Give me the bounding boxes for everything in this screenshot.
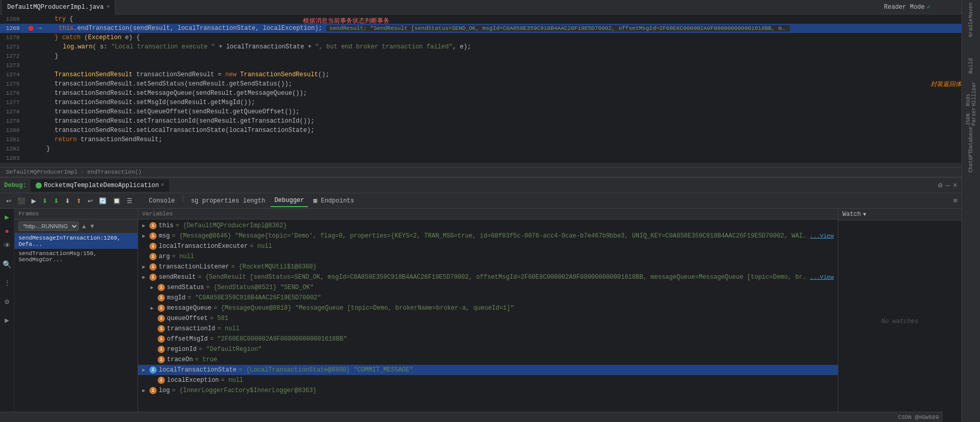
code-content-1280: transactionSendResult.setLocalTransactio…	[36, 127, 961, 134]
toolbar-run-to-cursor-btn[interactable]: ↩	[86, 196, 95, 206]
code-content-1282: }	[36, 145, 961, 153]
var-expand-this: ▶	[142, 223, 149, 229]
tab-console[interactable]: Console	[145, 195, 179, 207]
frame-label-1: sendTransactionMsg:150, SendMsgCor...	[19, 250, 97, 263]
frames-label: Frames	[19, 211, 39, 217]
reader-mode-check: ✓	[927, 3, 931, 11]
var-row-localte[interactable]: i localTransactionExecuter = null	[138, 241, 838, 251]
build-icon[interactable]: Build	[963, 58, 979, 74]
inline-annotation-封装: 封装返回体	[931, 80, 961, 89]
toolbar-stop-btn[interactable]: ⬛	[15, 196, 27, 206]
editor-tab[interactable]: DefaultMQProducerImpl.java ×	[2, 0, 115, 14]
var-expand-mq: ▶	[150, 305, 158, 311]
toolbar-step-over-btn[interactable]: ⬇	[40, 196, 49, 206]
watch-body: No watches	[838, 221, 961, 422]
debug-minimize-icon[interactable]: —	[945, 181, 950, 190]
rods-icon[interactable]: Rods Hillipar	[963, 86, 979, 102]
var-row-arg[interactable]: i arg = null	[138, 251, 838, 262]
debug-analyze-icon[interactable]: 🔍	[1, 258, 13, 271]
thread-down-btn[interactable]: ▼	[89, 223, 95, 230]
code-content-1279: transactionSendResult.setTransactionId(s…	[36, 117, 961, 125]
frame-item-1[interactable]: sendTransactionMsg:150, SendMsgCor...	[14, 249, 138, 264]
code-content-1277: transactionSendResult.setMsgId(sendResul…	[36, 99, 961, 106]
var-row-rid[interactable]: i regionId = "DefaultRegion"	[138, 344, 838, 355]
breadcrumb-method: endTransaction()	[87, 169, 142, 175]
arrow-indicator: →	[38, 25, 42, 32]
var-row-lts[interactable]: ▶ i localTransactionState = {LocalTransa…	[138, 365, 838, 375]
frame-item-0[interactable]: sendMessageInTransaction:1269, Defa...	[14, 233, 138, 249]
editor-scrollbar-h[interactable]	[0, 163, 961, 167]
right-sidebar: Maven Gradle Build Rods Hillipar JSON Pa…	[961, 0, 980, 422]
json-icon[interactable]: JSON Parser	[963, 108, 979, 125]
code-line-1273: 1273	[0, 61, 961, 70]
maven-icon[interactable]: Maven	[963, 2, 979, 19]
code-lines: 1268 try { 1269 → this.endTransaction(se…	[0, 14, 961, 163]
var-row-le[interactable]: i localException = null	[138, 375, 838, 385]
toolbar-resume-btn[interactable]: ▶	[29, 196, 38, 206]
code-content-1272: }	[36, 53, 961, 60]
debug-watches-icon[interactable]: 👁	[1, 240, 13, 252]
line-num-1278: 1278	[0, 109, 26, 115]
debug-subtabs: Console | sg properties length Debugger …	[145, 195, 359, 207]
var-row-sr[interactable]: ▶ i sendResult = {SendResult [sendStatus…	[138, 272, 838, 282]
database-icon[interactable]: Database	[963, 131, 979, 147]
debug-settings-icon2[interactable]: ⚙	[1, 295, 13, 308]
var-row-msgid[interactable]: i msgId = "C0A858E359C918B4AAC26F19E5D70…	[138, 293, 838, 303]
code-container: 根据消息当前事务状态判断事务 1268 try { 1269 →	[0, 14, 961, 167]
toolbar-evaluate-btn[interactable]: 🔄	[97, 196, 109, 206]
msg-view-link[interactable]: ...View	[810, 233, 834, 239]
var-row-msg[interactable]: ▶ i msg = {Message@8646} "Message{topic=…	[138, 231, 838, 241]
breakpoint-1269	[28, 26, 33, 31]
var-row-tid[interactable]: i transactionId = null	[138, 324, 838, 334]
code-line-1278: 1278 transactionSendResult.setQueueOffse…	[0, 107, 961, 116]
toolbar-mute-btn[interactable]: ☰	[125, 196, 134, 206]
frame-list: sendMessageInTransaction:1269, Defa... s…	[14, 233, 138, 422]
toolbar-force-step-into-btn[interactable]: ⬇	[63, 196, 72, 206]
gradle-icon[interactable]: Gradle	[963, 20, 979, 36]
debug-settings-icon[interactable]: ⚙	[938, 181, 942, 190]
debug-breakpoints-icon[interactable]: ●	[1, 225, 13, 238]
tab-debugger[interactable]: Debugger	[271, 195, 309, 207]
toolbar-breakpoints-btn[interactable]: 🔲	[111, 196, 123, 206]
var-row-mq[interactable]: ▶ i messageQueue = {MessageQueue@8818} "…	[138, 303, 838, 313]
tab-endpoints[interactable]: ▦ Endpoints	[309, 195, 358, 207]
debug-close-icon[interactable]: ×	[953, 181, 957, 190]
line-num-1268: 1268	[0, 16, 26, 22]
thread-up-btn[interactable]: ▲	[81, 223, 87, 230]
tab-close-icon[interactable]: ×	[107, 4, 110, 10]
var-row-log[interactable]: ▶ i log = {InnerLoggerFactory$InnerLogge…	[138, 385, 838, 396]
watch-panel: Watch ▼ No watches	[838, 209, 961, 422]
var-row-tl[interactable]: ▶ i transactionListener = {RocketMQUtil$…	[138, 262, 838, 272]
chatgpt-icon[interactable]: ChatGPT	[963, 154, 979, 170]
var-row-ss[interactable]: ▶ i sendStatus = {SendStatus@8521} "SEND…	[138, 282, 838, 293]
debug-session-close[interactable]: ×	[161, 182, 164, 188]
toolbar-rerun-btn[interactable]: ↩	[4, 196, 13, 206]
code-content-1274: TransactionSendResult transactionSendRes…	[36, 71, 961, 78]
var-row-trace[interactable]: i traceOn = true	[138, 355, 838, 365]
tab-sg-properties[interactable]: sg properties length	[187, 195, 269, 207]
line-num-1275: 1275	[0, 81, 26, 87]
var-icon-tid: i	[158, 325, 165, 332]
no-watches-label: No watches	[881, 318, 918, 325]
code-line-1283: 1283	[0, 154, 961, 163]
debug-threads-icon[interactable]: ⋮	[1, 277, 13, 289]
csdn-label: CSDN @HGW689	[898, 414, 939, 420]
line-num-1270: 1270	[0, 35, 26, 41]
debug-session-tab[interactable]: RocketmqTemplateDemoApplication ×	[30, 179, 169, 192]
thread-select[interactable]: *http-...RUNNING	[19, 222, 79, 231]
toolbar-step-into-btn[interactable]: ⬇	[52, 196, 61, 206]
debug-more-icon[interactable]: ▶	[1, 314, 13, 326]
debug-toolbar: ↩ ⬛ ▶ ⬇ ⬇ ⬇ ⬆ ↩ 🔄 🔲 ☰ Console | sg prope…	[0, 193, 961, 209]
var-row-qo[interactable]: i queueOffset = 581	[138, 313, 838, 324]
sr-view-link[interactable]: ...View	[810, 274, 834, 280]
var-icon-rid: i	[158, 346, 165, 353]
toolbar-step-out-btn[interactable]: ⬆	[74, 196, 83, 206]
debug-resume-icon[interactable]: ▶	[1, 211, 13, 223]
var-expand-ss: ▶	[150, 284, 158, 291]
debug-right-icons: ⊞	[954, 197, 957, 205]
var-row-omid[interactable]: i offsetMsgId = "2F60E8C000002A9F0000000…	[138, 334, 838, 344]
var-row-this[interactable]: ▶ i this = {DefaultMQProducerImpl@8362}	[138, 221, 838, 231]
code-line-1280: 1280 transactionSendResult.setLocalTrans…	[0, 126, 961, 135]
layout-icon[interactable]: ⊞	[954, 197, 957, 205]
var-icon-lts: i	[149, 366, 157, 374]
